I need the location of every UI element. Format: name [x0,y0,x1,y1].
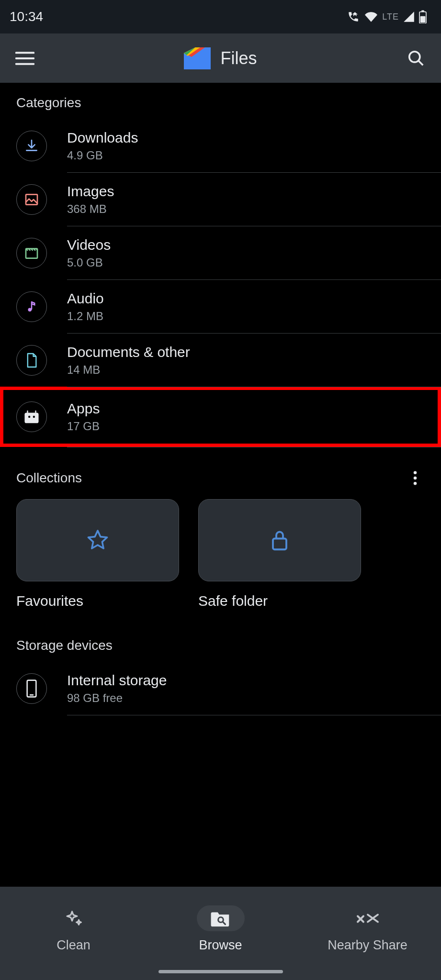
status-bar: 10:34 LTE [0,0,441,33]
category-size: 368 MB [67,202,114,216]
svg-point-18 [414,482,417,485]
files-logo-icon [184,47,211,69]
home-indicator[interactable] [158,970,283,973]
bottom-nav: Clean Browse Nearby Share [0,887,441,980]
nav-nearby-share[interactable]: Nearby Share [294,887,441,980]
collections-header: Collections [0,447,441,496]
lte-label: LTE [382,12,399,22]
search-icon [407,49,425,67]
category-size: 4.9 GB [67,149,138,162]
phone-icon [16,673,47,704]
safe-folder-label: Safe folder [198,581,361,609]
category-title: Documents & other [67,344,190,360]
app-title: Files [220,48,257,68]
battery-icon [419,10,427,23]
category-title: Apps [67,401,100,417]
favourites-tile[interactable] [16,499,179,581]
svg-rect-2 [420,16,426,22]
more-vert-icon [413,471,417,485]
apps-icon [16,401,47,432]
category-size: 14 MB [67,363,190,377]
lock-icon [270,528,290,552]
category-documents[interactable]: Documents & other 14 MB [0,334,441,387]
image-icon [16,184,47,215]
storage-header: Storage devices [0,624,441,662]
category-size: 5.0 GB [67,256,111,269]
category-size: 1.2 MB [67,310,104,323]
sparkle-icon [64,908,84,928]
svg-point-13 [33,416,35,418]
category-title: Images [67,183,114,200]
category-videos[interactable]: Videos 5.0 GB [0,226,441,280]
nav-label: Clean [57,938,90,953]
svg-rect-15 [35,411,36,413]
svg-point-12 [28,416,30,418]
app-bar: Files [0,33,441,83]
category-title: Audio [67,290,104,307]
svg-point-10 [28,308,32,312]
menu-button[interactable] [13,47,36,70]
internal-storage[interactable]: Internal storage 98 GB free [0,662,441,715]
highlight-box: Apps 17 GB [0,387,441,447]
category-audio[interactable]: Audio 1.2 MB [0,280,441,334]
nav-label: Browse [199,938,242,953]
category-images[interactable]: Images 368 MB [0,173,441,226]
favourites-label: Favourites [16,581,179,609]
main-content: Categories Downloads 4.9 GB Images 368 M… [0,83,441,811]
star-icon [86,529,109,552]
svg-rect-19 [273,539,286,550]
document-icon [16,345,47,376]
status-icons: LTE [347,10,427,23]
folder-search-icon [210,909,231,928]
category-size: 17 GB [67,420,100,433]
storage-sub: 98 GB free [67,691,167,705]
safe-folder-tile[interactable] [198,499,361,581]
categories-header: Categories [0,83,441,119]
nearby-share-icon [356,912,379,925]
svg-rect-14 [27,411,28,413]
svg-point-16 [414,471,417,475]
category-apps[interactable]: Apps 17 GB [3,390,438,444]
nav-label: Nearby Share [328,938,407,953]
svg-point-17 [414,477,417,480]
svg-point-6 [409,51,420,62]
nav-browse[interactable]: Browse [147,887,294,980]
download-icon [16,131,47,161]
audio-icon [16,291,47,322]
nav-clean[interactable]: Clean [0,887,147,980]
svg-rect-1 [421,11,424,12]
svg-rect-11 [24,413,38,423]
wifi-icon [364,11,378,23]
video-icon [16,238,47,268]
hamburger-icon [15,51,34,66]
signal-icon [403,11,415,23]
wifi-calling-icon [347,11,360,23]
search-button[interactable] [405,47,428,70]
status-time: 10:34 [10,9,43,24]
category-title: Downloads [67,130,138,146]
collections-more-button[interactable] [406,468,425,488]
svg-line-7 [418,60,423,65]
category-downloads[interactable]: Downloads 4.9 GB [0,119,441,173]
category-title: Videos [67,237,111,253]
storage-title: Internal storage [67,672,167,689]
